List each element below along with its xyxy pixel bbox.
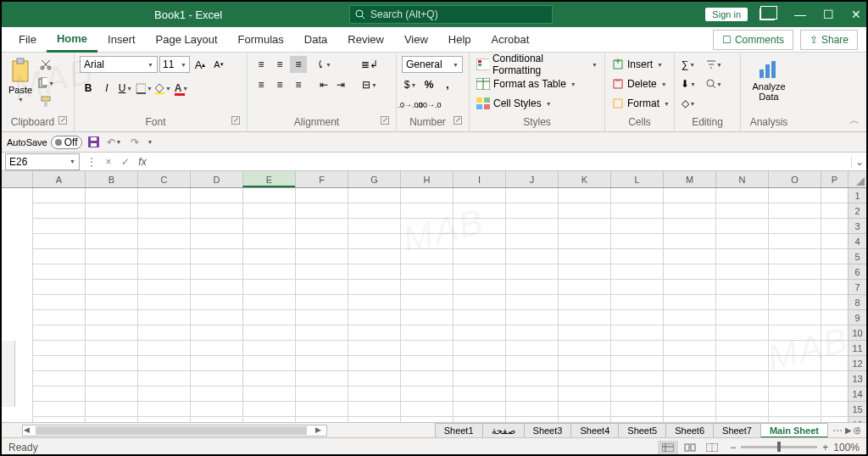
cell[interactable] xyxy=(242,188,295,203)
col-header-G[interactable]: G xyxy=(348,171,400,187)
decrease-decimal-button[interactable]: .00→.0 xyxy=(420,97,437,114)
accounting-button[interactable]: $▼ xyxy=(402,76,419,93)
cell[interactable] xyxy=(768,249,821,264)
cell[interactable] xyxy=(505,234,558,249)
sort-filter-button[interactable]: ▼ xyxy=(705,56,722,73)
cell[interactable] xyxy=(558,341,610,356)
cell[interactable] xyxy=(242,280,295,295)
cell[interactable] xyxy=(400,249,453,264)
cell[interactable] xyxy=(663,310,715,325)
cell[interactable] xyxy=(348,249,400,264)
row-header-8[interactable]: 8 xyxy=(849,295,866,310)
cell[interactable] xyxy=(768,219,821,234)
share-button[interactable]: ⇪ Share xyxy=(800,30,858,50)
paste-button[interactable]: Paste▼ xyxy=(7,56,34,104)
cell[interactable] xyxy=(137,188,190,203)
cell[interactable] xyxy=(821,249,848,264)
cell[interactable] xyxy=(663,264,715,280)
cell[interactable] xyxy=(453,356,505,371)
cell[interactable] xyxy=(558,310,610,325)
comments-button[interactable]: ☐ Comments xyxy=(713,30,793,50)
align-left-button[interactable]: ≡ xyxy=(253,76,270,93)
vertical-scrollbar[interactable] xyxy=(2,341,15,407)
cell[interactable] xyxy=(400,310,453,325)
cell[interactable] xyxy=(715,203,768,219)
cell[interactable] xyxy=(137,203,190,219)
sheet-tab[interactable]: Sheet7 xyxy=(713,423,761,438)
cell[interactable] xyxy=(663,325,715,341)
comma-button[interactable]: , xyxy=(439,76,456,93)
cell[interactable] xyxy=(715,219,768,234)
cell[interactable] xyxy=(821,280,848,295)
row-header-2[interactable]: 2 xyxy=(849,203,866,219)
cell[interactable] xyxy=(453,310,505,325)
sheet-tab[interactable]: Sheet3 xyxy=(524,423,572,438)
cell[interactable] xyxy=(768,234,821,249)
cell[interactable] xyxy=(663,203,715,219)
cell[interactable] xyxy=(505,280,558,295)
cell[interactable] xyxy=(242,295,295,310)
cell[interactable] xyxy=(610,325,663,341)
cell[interactable] xyxy=(453,280,505,295)
cell[interactable] xyxy=(663,280,715,295)
cell[interactable] xyxy=(453,188,505,203)
cell[interactable] xyxy=(295,371,348,386)
cell[interactable] xyxy=(558,402,610,417)
cell[interactable] xyxy=(558,264,610,280)
percent-button[interactable]: % xyxy=(420,76,437,93)
cell[interactable] xyxy=(85,280,137,295)
cell[interactable] xyxy=(453,203,505,219)
cell[interactable] xyxy=(242,219,295,234)
cell[interactable] xyxy=(453,325,505,341)
cell[interactable] xyxy=(295,219,348,234)
cell[interactable] xyxy=(32,203,85,219)
cell[interactable] xyxy=(85,371,137,386)
cell[interactable] xyxy=(558,356,610,371)
cell[interactable] xyxy=(348,310,400,325)
col-header-I[interactable]: I xyxy=(453,171,505,187)
row-header-9[interactable]: 9 xyxy=(849,310,866,325)
cell[interactable] xyxy=(348,264,400,280)
cell[interactable] xyxy=(348,371,400,386)
collapse-ribbon-button[interactable]: ︿ xyxy=(849,114,860,128)
cell[interactable] xyxy=(32,402,85,417)
expand-formula-bar-button[interactable]: ⌄ xyxy=(851,156,866,168)
cell[interactable] xyxy=(768,188,821,203)
cell[interactable] xyxy=(242,341,295,356)
cell[interactable] xyxy=(32,249,85,264)
zoom-in-button[interactable]: + xyxy=(822,442,828,453)
cell[interactable] xyxy=(715,188,768,203)
cell[interactable] xyxy=(505,219,558,234)
undo-button[interactable]: ↶▼ xyxy=(106,134,123,151)
cell[interactable] xyxy=(190,264,242,280)
enter-formula-button[interactable]: ✓ xyxy=(117,156,134,168)
cell[interactable] xyxy=(610,219,663,234)
cell[interactable] xyxy=(85,219,137,234)
fill-color-button[interactable]: ▼ xyxy=(154,80,171,97)
cell[interactable] xyxy=(610,203,663,219)
sheet-tab[interactable]: Sheet1 xyxy=(435,423,483,438)
col-header-F[interactable]: F xyxy=(295,171,348,187)
cell[interactable] xyxy=(242,264,295,280)
tab-page-layout[interactable]: Page Layout xyxy=(146,27,228,53)
cell[interactable] xyxy=(715,371,768,386)
italic-button[interactable]: I xyxy=(98,80,115,97)
cell[interactable] xyxy=(32,371,85,386)
wrap-text-button[interactable]: ≣↲ xyxy=(359,56,380,73)
cell[interactable] xyxy=(190,249,242,264)
cell[interactable] xyxy=(295,356,348,371)
cell[interactable] xyxy=(505,386,558,402)
cell[interactable] xyxy=(768,310,821,325)
cell[interactable] xyxy=(610,264,663,280)
tab-help[interactable]: Help xyxy=(438,27,481,53)
cell[interactable] xyxy=(137,402,190,417)
cell[interactable] xyxy=(715,234,768,249)
cell[interactable] xyxy=(137,264,190,280)
cell[interactable] xyxy=(32,386,85,402)
cell[interactable] xyxy=(558,219,610,234)
cell[interactable] xyxy=(715,341,768,356)
cell[interactable] xyxy=(242,310,295,325)
cell[interactable] xyxy=(32,310,85,325)
row-header-10[interactable]: 10 xyxy=(849,325,866,341)
cell[interactable] xyxy=(348,325,400,341)
